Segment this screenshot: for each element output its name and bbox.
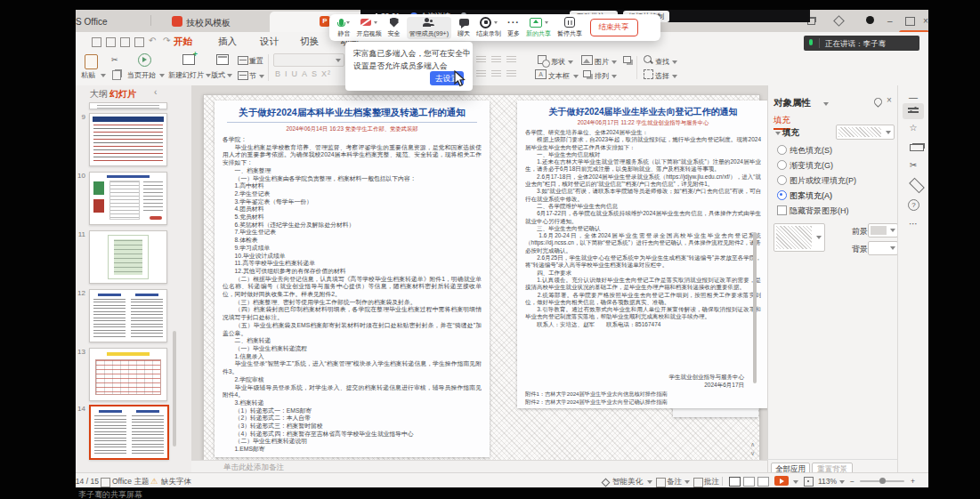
pattern-gallery-dropdown[interactable] — [773, 223, 825, 252]
collapse-panel-icon[interactable]: ‹ — [154, 87, 157, 97]
menu-transition[interactable]: 切换 — [300, 36, 319, 48]
sorter-view-icon[interactable] — [743, 477, 755, 487]
output-icon[interactable] — [106, 37, 116, 47]
layout-button[interactable]: 版式 — [211, 70, 225, 80]
shape-icon[interactable] — [538, 55, 547, 64]
picture-button[interactable]: 图片 — [595, 57, 609, 67]
paste-icon[interactable] — [85, 54, 98, 69]
section-icon[interactable] — [238, 71, 248, 80]
end-share-button[interactable]: 结束共享 — [590, 19, 638, 36]
foreground-color-dropdown[interactable] — [868, 223, 898, 237]
slide-thumbnail-10[interactable] — [89, 172, 167, 225]
manage-members-button[interactable]: 管理成员(99+) — [407, 17, 452, 39]
select-button[interactable]: 选择 — [655, 71, 669, 81]
slide-thumbnail-9[interactable] — [89, 113, 167, 166]
design-material-icon[interactable] — [909, 178, 925, 194]
more-tools-icon[interactable]: ⋯ — [907, 219, 919, 229]
clip-scissors-icon[interactable]: ✂ — [907, 160, 919, 170]
zoom-out-button[interactable]: − — [850, 477, 854, 486]
new-slide-button[interactable]: 新建幻灯片 — [168, 70, 204, 80]
tab-outline[interactable]: 大纲 — [90, 88, 108, 101]
cut-icon[interactable]: ✂ — [111, 55, 118, 64]
arrange-icon[interactable] — [583, 70, 591, 77]
missing-font-label[interactable]: 缺失字体 — [161, 477, 191, 487]
normal-view-icon[interactable] — [729, 477, 741, 487]
find-button[interactable]: 查找 — [655, 57, 669, 67]
help-icon[interactable]: ? — [908, 199, 919, 211]
paste-button[interactable]: 粘贴 — [81, 70, 95, 80]
textbox-icon[interactable]: A — [535, 69, 547, 79]
tab-template[interactable]: 技校风模板 — [156, 12, 263, 32]
slide-thumbnail-12[interactable] — [89, 289, 167, 342]
minimize-button[interactable]: – — [887, 16, 893, 27]
close-button[interactable]: × — [923, 16, 928, 27]
reset-button[interactable]: 重置 — [249, 56, 263, 66]
effects-star-icon[interactable]: ☆ — [907, 123, 919, 133]
menu-insert[interactable]: 插入 — [218, 36, 237, 48]
format-letter[interactable]: X² — [321, 69, 331, 78]
format-letter[interactable]: S — [312, 69, 318, 78]
close-panel-icon[interactable]: × — [887, 95, 892, 105]
format-letter[interactable]: U — [292, 69, 299, 78]
maximize-button[interactable] — [905, 17, 915, 26]
sidebar-scrollbar[interactable] — [173, 331, 176, 447]
comment-button[interactable]: 批注 — [704, 477, 719, 487]
assistant-icon[interactable] — [833, 15, 845, 27]
picture-icon[interactable] — [581, 55, 593, 65]
object-properties-icon-active[interactable] — [903, 103, 924, 119]
find-icon[interactable] — [644, 55, 652, 63]
mute-button[interactable]: 静音 — [338, 18, 351, 38]
redo-icon[interactable]: ↷ — [163, 36, 170, 45]
new-slide-icon[interactable] — [182, 54, 195, 65]
zoom-level[interactable]: 113% — [818, 477, 837, 486]
select-icon[interactable] — [644, 69, 653, 79]
document-image-right[interactable]: 关于做好2024届毕业生毕业去向登记工作的通知 2024年06月17日 11:2… — [517, 101, 767, 408]
stop-recording-button[interactable]: 结束录制 — [476, 18, 501, 38]
collapse-strip-icon[interactable]: — — [907, 93, 919, 102]
theme-label[interactable]: Office 主题 — [112, 477, 149, 487]
close-icon[interactable]: × — [463, 46, 467, 55]
start-video-button[interactable]: 开启视频 — [357, 18, 382, 38]
preview-icon[interactable] — [134, 37, 144, 47]
switch-panel-icon[interactable] — [910, 144, 924, 151]
format-letter[interactable]: B — [275, 69, 281, 78]
checkbox-icon[interactable] — [777, 205, 787, 215]
zoom-slider-knob[interactable] — [879, 478, 886, 484]
section-button[interactable]: 节 — [249, 71, 256, 81]
copy-icon[interactable] — [112, 70, 121, 80]
document-image-left[interactable]: 关于做好2024届本科毕业生档案整理及转递工作的通知 2024年06月14日 1… — [215, 101, 490, 457]
save-icon[interactable] — [92, 37, 101, 47]
radio-icon-selected[interactable] — [777, 190, 787, 200]
slide-thumbnail-11[interactable] — [89, 230, 167, 284]
chat-button[interactable]: 聊天 — [458, 18, 470, 38]
print-icon[interactable] — [120, 37, 130, 47]
radio-icon[interactable] — [777, 175, 787, 185]
play-from-current-button[interactable]: 当页开始 — [127, 70, 156, 80]
format-letter[interactable]: I — [285, 69, 288, 78]
shape-button[interactable]: 形状 — [551, 57, 565, 67]
play-options-icon[interactable] — [793, 480, 798, 484]
font-name-select[interactable] — [273, 53, 344, 67]
slide-thumbnail-13[interactable] — [89, 348, 167, 401]
security-button[interactable]: 安全 — [388, 18, 401, 38]
slide-thumbnail-14-selected[interactable] — [89, 405, 169, 460]
previous-slide-icon[interactable]: ∧ — [750, 441, 755, 448]
notes-area[interactable]: 单击此处添加备注 — [191, 460, 767, 473]
fill-style-dropdown[interactable] — [836, 125, 895, 140]
pin-icon[interactable] — [872, 96, 884, 108]
insert-more-icon[interactable] — [623, 56, 631, 63]
new-share-button[interactable]: 新的共享 — [526, 18, 551, 38]
format-letter[interactable]: A — [302, 69, 308, 78]
canvas-scrollbar[interactable] — [753, 232, 757, 383]
arrange-button[interactable]: 排列 — [595, 71, 609, 81]
radio-icon[interactable] — [777, 145, 787, 155]
notes-button[interactable]: 备注 — [667, 477, 682, 487]
zoom-in-button[interactable]: + — [911, 477, 915, 486]
layout-icon[interactable] — [216, 54, 229, 65]
undo-icon[interactable]: ↶ — [149, 36, 156, 45]
background-color-dropdown[interactable] — [868, 241, 898, 255]
font-format-buttons[interactable]: BIUASX² — [275, 69, 355, 78]
more-button[interactable]: ··· 更多 — [507, 18, 520, 38]
record-indicator-icon[interactable] — [866, 16, 874, 24]
radio-icon[interactable] — [777, 160, 787, 170]
